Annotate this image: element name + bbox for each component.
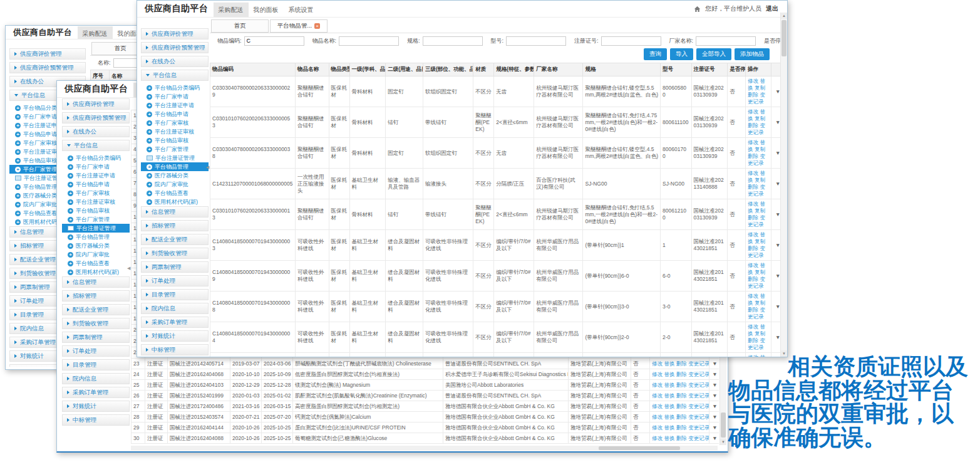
action-link-删除[interactable]: 删除: [748, 153, 758, 159]
menu-item-平台厂家审核[interactable]: +平台厂家审核: [62, 189, 130, 197]
action-link-修改[interactable]: 修改: [748, 262, 758, 268]
action-link-替换[interactable]: 替换: [664, 424, 674, 431]
table-row[interactable]: 24注册证国械注进201624040682020-10-102025-10-09…: [132, 369, 720, 380]
action-link-复制[interactable]: 复制: [755, 238, 765, 244]
action-link-删除[interactable]: 删除: [748, 307, 758, 313]
action-link-删除[interactable]: 删除: [676, 371, 687, 377]
action-link-复制[interactable]: 复制: [755, 115, 765, 122]
action-link-复制[interactable]: 复制: [755, 269, 765, 275]
row-dropdown-icon[interactable]: ▼: [709, 433, 720, 444]
menu-item-医用耗材代码(新)[interactable]: +医用耗材代码(新): [141, 197, 209, 206]
home-icon[interactable]: [694, 6, 701, 13]
menu-section-信息管理[interactable]: 信息管理: [141, 206, 209, 218]
action-link-修改[interactable]: 修改: [748, 139, 758, 145]
menu-item-平台物品分类编码[interactable]: +平台物品分类编码: [141, 83, 209, 92]
button-导入[interactable]: 导入: [670, 48, 693, 60]
button-全部导入[interactable]: 全部导入: [696, 48, 731, 60]
menu-section-到货验收管理[interactable]: 到货验收管理: [62, 318, 130, 329]
menu-section-平台信息[interactable]: 平台信息: [141, 70, 209, 81]
action-link-变更记录[interactable]: 变更记录: [688, 392, 709, 399]
menu-item-医疗器械分类[interactable]: +医疗器械分类: [141, 171, 209, 180]
menu-item-平台物品查看[interactable]: +平台物品查看: [62, 259, 130, 268]
action-link-删除[interactable]: 删除: [676, 382, 687, 388]
action-link-复制[interactable]: 复制: [755, 85, 765, 91]
menu-section-供应商评价管理[interactable]: 供应商评价管理: [141, 28, 209, 39]
menu-section-供应商评价预警管理[interactable]: 供应商评价预警管理: [9, 62, 86, 73]
action-link-删除[interactable]: 删除: [748, 214, 758, 221]
table-row[interactable]: 27注册证国械注进201724004862021-03-162026-03-15…: [132, 401, 720, 412]
menu-item-平台物品审核[interactable]: +平台物品审核: [141, 136, 209, 145]
sidebar-collapse-icon[interactable]: ◀: [127, 266, 130, 271]
action-link-修改[interactable]: 修改: [652, 414, 663, 420]
action-link-修改[interactable]: 修改: [652, 424, 663, 431]
action-link-修改[interactable]: 修改: [748, 293, 758, 299]
action-link-替换[interactable]: 替换: [664, 414, 674, 420]
table-row[interactable]: 修改 替换 复制 删除 变更记录▼: [210, 353, 785, 357]
menu-section-平台信息[interactable]: 平台信息: [62, 140, 130, 151]
action-link-变更记录[interactable]: 变更记录: [688, 371, 709, 377]
table-row[interactable]: 26注册证国械注进201524019992020-01-032025-01-02…: [132, 391, 720, 401]
action-link-修改[interactable]: 修改: [748, 201, 758, 207]
menu-section-配送企业管理[interactable]: 配送企业管理: [62, 304, 130, 315]
logout-button[interactable]: 退出: [766, 4, 778, 13]
action-link-修改[interactable]: 修改: [652, 371, 663, 377]
action-link-删除[interactable]: 删除: [676, 424, 687, 431]
action-link-修改[interactable]: 修改: [748, 323, 758, 330]
menu-section-订单处理[interactable]: 订单处理: [62, 345, 130, 357]
menu-item-平台厂家申请[interactable]: +平台厂家申请: [141, 92, 209, 101]
nav-采购配送[interactable]: 采购配送: [78, 26, 113, 40]
table-row[interactable]: C14080418500007019430000004可吸收性外科缝线医保耗材基…: [210, 322, 785, 353]
action-link-替换[interactable]: 替换: [664, 360, 674, 367]
action-link-修改[interactable]: 修改: [652, 392, 663, 399]
table-row[interactable]: 23注册证国械注进201424057142019-03-072024-03-06…: [132, 359, 720, 369]
menu-item-平台注册证审核[interactable]: +平台注册证审核: [141, 127, 209, 136]
nav-我的面板[interactable]: 我的面板: [249, 3, 284, 17]
menu-item-平台物品管理[interactable]: +平台物品管理: [141, 162, 209, 171]
menu-item-平台注册证申请[interactable]: +平台注册证申请: [141, 101, 209, 110]
menu-section-采购订单管理[interactable]: 采购订单管理: [62, 387, 130, 398]
action-link-删除[interactable]: 删除: [748, 92, 758, 98]
action-link-替换[interactable]: 替换: [664, 403, 674, 409]
action-link-变更记录[interactable]: 变更记录: [688, 403, 709, 409]
action-link-修改[interactable]: 修改: [748, 170, 758, 176]
menu-section-配送企业管理[interactable]: 配送企业管理: [141, 234, 209, 245]
action-link-变更记录[interactable]: 变更记录: [688, 382, 709, 388]
menu-section-供应商评价管理[interactable]: 供应商评价管理: [9, 48, 86, 60]
filter-input[interactable]: [601, 36, 661, 46]
action-link-替换[interactable]: 替换: [664, 435, 674, 441]
action-link-删除[interactable]: 删除: [676, 435, 687, 441]
menu-item-平台物品申请[interactable]: +平台物品申请: [62, 180, 130, 189]
table-row[interactable]: 29注册证国械注进201624041442020-10-262025-10-25…: [132, 423, 720, 433]
action-link-变更记录[interactable]: 变更记录: [688, 424, 709, 431]
horizontal-scrollbar[interactable]: [131, 446, 718, 451]
menu-item-平台厂家管理[interactable]: +平台厂家管理: [62, 215, 130, 224]
menu-section-订单处理[interactable]: 订单处理: [141, 275, 209, 286]
menu-section-供应商评价预警管理[interactable]: 供应商评价预警管理: [141, 42, 209, 53]
filter-input[interactable]: [506, 36, 566, 46]
menu-section-在线办公[interactable]: 在线办公: [62, 126, 130, 137]
filter-input[interactable]: [244, 36, 304, 46]
table-row[interactable]: C03030407800002063330000038聚醚醚酮缝合锚钉医保耗材骨…: [210, 138, 785, 169]
menu-item-平台物品查看[interactable]: +平台物品查看: [141, 189, 209, 197]
action-link-删除[interactable]: 删除: [676, 360, 687, 367]
menu-section-信息管理[interactable]: 信息管理: [62, 276, 130, 288]
table-row[interactable]: C03030407800002063330000029聚醚醚酮缝合锚钉医保耗材骨…: [210, 76, 785, 107]
menu-item-医疗器械分类[interactable]: +医疗器械分类: [62, 241, 130, 250]
action-link-删除[interactable]: 删除: [748, 245, 758, 251]
menu-section-招标管理[interactable]: 招标管理: [141, 220, 209, 231]
menu-section-院内信息[interactable]: 院内信息: [62, 373, 130, 384]
action-link-复制[interactable]: 复制: [755, 300, 765, 306]
menu-section-到货验收管理[interactable]: 到货验收管理: [141, 248, 209, 259]
scroll-thumb[interactable]: [721, 412, 726, 438]
row-dropdown-icon[interactable]: ▼: [709, 391, 720, 401]
table-row[interactable]: C14080418500007019430000009可吸收性外科缝线医保耗材基…: [210, 261, 785, 291]
menu-item-院内厂家审批[interactable]: +院内厂家审批: [62, 250, 130, 259]
row-dropdown-icon[interactable]: ▼: [709, 423, 720, 433]
menu-section-两票制管理[interactable]: 两票制管理: [62, 332, 130, 343]
action-link-删除[interactable]: 删除: [676, 414, 687, 420]
menu-section-采购订单管理[interactable]: 采购订单管理: [141, 317, 209, 328]
table-row[interactable]: 30注册证国械注进201624040882020-10-262025-10-25…: [132, 433, 720, 444]
menu-section-院内信息[interactable]: 院内信息: [141, 303, 209, 314]
filter-input[interactable]: [423, 36, 483, 46]
row-dropdown-icon[interactable]: ▼: [709, 412, 720, 423]
